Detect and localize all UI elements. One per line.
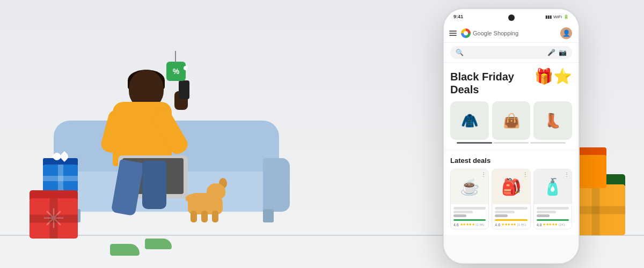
dog-leg bbox=[191, 211, 197, 222]
hamburger-menu-icon[interactable] bbox=[449, 31, 457, 36]
bf-product-bag[interactable]: 👜 bbox=[492, 101, 531, 140]
rating-stars: ★★★★★ bbox=[460, 222, 475, 227]
couch-arm-right bbox=[263, 158, 290, 212]
deal-subtitle-line bbox=[453, 211, 473, 213]
deal-rating: 4.6 ★★★★★ (1.4K) bbox=[495, 222, 527, 227]
deal-title-line bbox=[453, 207, 486, 210]
phone-screen: 9:41 ▮▮▮ WiFi 🔋 Google Shopping bbox=[444, 9, 579, 263]
slide-indicator bbox=[450, 140, 572, 144]
deal-info-1: 4.6 ★★★★★ (1.4K) bbox=[451, 204, 488, 229]
search-field[interactable]: 🔍 🎤 📷 bbox=[450, 46, 572, 59]
deal-options-icon[interactable]: ⋮ bbox=[564, 172, 569, 177]
avatar[interactable] bbox=[560, 27, 572, 39]
gift-body bbox=[43, 165, 78, 192]
rating-value: 4.6 bbox=[495, 223, 500, 227]
person-leg-left bbox=[111, 159, 144, 216]
deal-rating-bar bbox=[495, 219, 527, 221]
bf-product-jacket[interactable]: 🧥 bbox=[450, 101, 489, 140]
background-scene: % 9:41 bbox=[0, 0, 644, 268]
signal-icon: ▮▮▮ bbox=[545, 14, 552, 19]
status-time: 9:41 bbox=[453, 14, 463, 19]
deal-subtitle-line bbox=[537, 211, 556, 213]
deals-grid: ☕ ⋮ 4.6 ★★★★★ bbox=[450, 169, 572, 229]
gift-body bbox=[30, 198, 78, 239]
phone-mockup: 9:41 ▮▮▮ WiFi 🔋 Google Shopping bbox=[443, 8, 580, 264]
search-icon: 🔍 bbox=[456, 49, 464, 56]
deal-rating-bar bbox=[453, 219, 486, 221]
black-friday-title: Black Friday Deals bbox=[450, 70, 514, 96]
slide-dot bbox=[530, 142, 566, 144]
deal-rating: 4.6 ★★★★★ (1.4K) bbox=[453, 222, 486, 227]
deal-info-2: 4.6 ★★★★★ (1.4K) bbox=[492, 204, 530, 229]
lens-search-icon[interactable]: 📷 bbox=[559, 49, 567, 56]
black-friday-section: Black Friday Deals 🎁⭐ 🧥 👜 👢 bbox=[444, 63, 579, 149]
app-header: Google Shopping bbox=[444, 24, 579, 43]
search-bar-container: 🔍 🎤 📷 bbox=[444, 43, 579, 63]
deal-text-lines bbox=[495, 207, 527, 217]
blue-gift-box bbox=[43, 158, 78, 193]
bf-header: Black Friday Deals 🎁⭐ bbox=[450, 70, 572, 96]
rating-count: (1K) bbox=[559, 223, 565, 226]
latest-deals-section: Latest deals ☕ ⋮ bbox=[444, 151, 579, 235]
rating-value: 4.6 bbox=[453, 223, 459, 227]
deal-text-lines bbox=[537, 207, 569, 217]
google-shopping-logo: Google Shopping bbox=[461, 28, 518, 38]
deal-price-line bbox=[453, 214, 466, 217]
deal-image-2: 🎒 ⋮ bbox=[492, 169, 530, 204]
deal-title-line bbox=[495, 207, 527, 210]
rating-count: (1.4K) bbox=[475, 223, 484, 226]
deal-info-3: 4.8 ★★★★★ (1K) bbox=[534, 204, 572, 229]
deal-card-1[interactable]: ☕ ⋮ 4.6 ★★★★★ bbox=[450, 169, 489, 229]
deal-image-1: ☕ ⋮ bbox=[451, 169, 488, 204]
price-tag-icon: % bbox=[166, 62, 186, 81]
deal-card-3[interactable]: 🧴 ⋮ 4.8 ★★★★★ bbox=[533, 169, 572, 229]
voice-search-icon[interactable]: 🎤 bbox=[547, 49, 555, 56]
red-gift-box bbox=[30, 190, 78, 239]
rating-stars: ★★★★★ bbox=[543, 222, 558, 227]
dog-leg bbox=[201, 211, 208, 222]
status-icons: ▮▮▮ WiFi 🔋 bbox=[545, 14, 569, 19]
dog-leg bbox=[212, 211, 218, 222]
deal-options-icon[interactable]: ⋮ bbox=[481, 172, 486, 177]
app-name: Google Shopping bbox=[473, 30, 518, 36]
dog-illustration bbox=[182, 182, 231, 214]
bf-decoration: 🎁⭐ bbox=[535, 68, 572, 85]
deal-price-line bbox=[537, 214, 550, 217]
battery-icon: 🔋 bbox=[564, 14, 569, 19]
rating-count: (1.4K) bbox=[517, 223, 526, 226]
rating-stars: ★★★★★ bbox=[501, 222, 516, 227]
deal-subtitle-line bbox=[495, 211, 514, 213]
deal-rating-bar bbox=[537, 219, 569, 221]
deal-options-icon[interactable]: ⋮ bbox=[523, 172, 528, 177]
latest-deals-title: Latest deals bbox=[450, 157, 572, 165]
deal-card-2[interactable]: 🎒 ⋮ 4.6 ★★★★★ bbox=[492, 169, 530, 229]
deal-image-3: 🧴 ⋮ bbox=[534, 169, 572, 204]
deal-text-lines bbox=[453, 207, 486, 217]
bf-product-boots[interactable]: 👢 bbox=[533, 101, 572, 140]
search-input[interactable] bbox=[467, 50, 544, 55]
google-g-icon bbox=[461, 28, 471, 38]
deal-title-line bbox=[537, 207, 569, 210]
deal-rating: 4.8 ★★★★★ (1K) bbox=[537, 222, 569, 227]
price-tag-symbol: % bbox=[173, 67, 179, 76]
dog-head bbox=[207, 183, 225, 199]
person-phone bbox=[179, 80, 189, 99]
phone-camera bbox=[508, 14, 515, 21]
person-shoe-left bbox=[110, 244, 140, 256]
slide-dot bbox=[494, 142, 529, 144]
rating-value: 4.8 bbox=[537, 223, 542, 227]
bf-product-grid: 🧥 👜 👢 bbox=[450, 101, 572, 140]
slide-dot-active bbox=[457, 142, 492, 144]
deal-price-line bbox=[495, 214, 508, 217]
header-left: Google Shopping bbox=[449, 28, 518, 38]
wifi-icon: WiFi bbox=[553, 14, 562, 19]
bow-right bbox=[59, 151, 70, 162]
person-shoe-right bbox=[145, 239, 172, 249]
couch-leg bbox=[263, 209, 274, 222]
person-leg-right bbox=[142, 161, 166, 209]
starburst-decoration bbox=[30, 198, 78, 239]
